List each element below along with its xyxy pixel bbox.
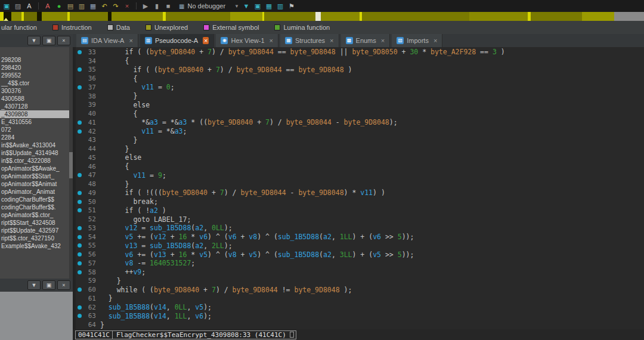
float-icon[interactable]: ▣: [42, 280, 55, 290]
code-line[interactable]: 38}: [76, 92, 644, 101]
code-line[interactable]: 48}: [76, 180, 644, 188]
strings-a-icon[interactable]: A: [44, 0, 52, 12]
load-icon[interactable]: ▣: [2, 0, 11, 12]
code-line[interactable]: 63sub_1B5B88(v14, 1LL, v6);: [76, 312, 644, 321]
function-list-item[interactable]: 298420: [0, 64, 73, 72]
code-line[interactable]: 56v6 += (v13 + 16 * v5) ^ (v8 + v5) ^ (s…: [76, 250, 644, 259]
save-icon[interactable]: ▥: [78, 0, 86, 12]
function-list-item[interactable]: in$$Update_4314948: [0, 149, 73, 157]
names-a-icon[interactable]: A: [25, 0, 33, 12]
code-line[interactable]: 55v13 = sub_1B5D88(a2, 2LL);: [76, 242, 644, 251]
debugger-selector[interactable]: ▦ No debugger ▼: [179, 2, 239, 10]
function-list-item[interactable]: ript$$Update_432597: [0, 227, 73, 234]
breakpoints-icon[interactable]: ▣: [253, 0, 262, 12]
code-line[interactable]: 53v12 = sub_1B5D88(a2, 0LL);: [76, 224, 644, 233]
function-list-item[interactable]: in$$.ctor_4322088: [0, 157, 73, 165]
tab-close-icon[interactable]: ×: [203, 37, 209, 44]
code-line[interactable]: 47v11 = 9;: [76, 171, 644, 180]
function-list-item[interactable]: 298208: [0, 56, 73, 64]
cut-icon[interactable]: ×: [123, 0, 131, 12]
code-line[interactable]: 35if ( (byte_9D8040 + 7) / byte_9D8044 =…: [76, 66, 644, 75]
mail-icon[interactable]: ▤: [66, 0, 75, 12]
function-list-item[interactable]: E_4310556: [0, 118, 73, 126]
navigation-band[interactable]: [0, 12, 644, 21]
close-icon[interactable]: ×: [57, 280, 70, 290]
code-line[interactable]: 37v11 = 0;: [76, 83, 644, 92]
tab-close-icon[interactable]: ×: [381, 37, 385, 44]
function-list-item[interactable]: opAnimator$$.ctor_: [0, 211, 73, 219]
tab-close-icon[interactable]: ×: [330, 37, 333, 44]
code-line[interactable]: 43}: [76, 136, 644, 145]
segments-icon[interactable]: ▨: [14, 0, 22, 12]
function-list-item[interactable]: 072: [0, 126, 73, 134]
code-line[interactable]: 40{: [76, 109, 644, 118]
function-list-item[interactable]: opAnimator$$Awake_: [0, 165, 73, 172]
debugger-setup-icon[interactable]: ▼: [242, 0, 250, 12]
function-list-item[interactable]: opAnimator$$Start_: [0, 172, 73, 180]
pause-icon[interactable]: ▮: [153, 0, 161, 12]
undo-icon[interactable]: ↶: [100, 0, 109, 12]
function-list-item[interactable]: 300376: [0, 87, 73, 95]
function-list-item[interactable]: 2284: [0, 134, 73, 141]
tab-close-icon[interactable]: ×: [434, 37, 437, 44]
code-line[interactable]: 36{: [76, 74, 644, 83]
tab-close-icon[interactable]: ×: [270, 37, 273, 44]
code-line[interactable]: 52goto LABEL_17;: [76, 215, 644, 224]
dock-icon[interactable]: ▼: [27, 280, 41, 290]
function-list-item[interactable]: __4$$.ctor: [0, 79, 73, 87]
watches-icon[interactable]: ▦: [265, 0, 273, 12]
token: {: [125, 162, 129, 171]
tab-enums[interactable]: ▩Enums×: [341, 34, 391, 47]
function-list-item[interactable]: in$$Avake_4313004: [0, 141, 73, 149]
function-list-item[interactable]: _4307128: [0, 103, 73, 110]
pseudocode-view[interactable]: 33if ( (byte_9D8040 + 7) / byte_9D8044 =…: [73, 47, 644, 329]
tab-pseudocode-a[interactable]: ▥Pseudocode-A×: [140, 34, 215, 47]
float-icon[interactable]: ▣: [42, 36, 55, 45]
code-line[interactable]: 62sub_1B5B88(v14, 0LL, v5);: [76, 303, 644, 312]
threads-icon[interactable]: ▥: [276, 0, 284, 12]
tab-structures[interactable]: ▦Structures×: [280, 34, 339, 47]
code-line[interactable]: 60while ( (byte_9D8040 + 7) / byte_9D804…: [76, 285, 644, 294]
dock-icon[interactable]: ▼: [27, 36, 41, 45]
stop-icon[interactable]: ■: [164, 0, 172, 12]
code-line[interactable]: 44}: [76, 144, 644, 153]
function-list-item[interactable]: 299552: [0, 72, 73, 79]
run-icon[interactable]: ▶: [141, 0, 150, 12]
function-list-item[interactable]: codingCharBuffer$$: [0, 196, 73, 203]
function-list-item[interactable]: 4300588: [0, 95, 73, 103]
code-line[interactable]: 59}: [76, 277, 644, 286]
function-list-item[interactable]: Example$$Avake_432: [0, 242, 73, 250]
code-line[interactable]: 46{: [76, 162, 644, 171]
code-line[interactable]: 45else: [76, 153, 644, 162]
tab-close-icon[interactable]: ×: [129, 37, 132, 44]
code-line[interactable]: 41*&a3 = *&a3 * ((byte_9D8040 + 7) / byt…: [76, 118, 644, 127]
code-line[interactable]: 54v5 += (v12 + 16 * v6) ^ (v6 + v8) ^ (s…: [76, 233, 644, 242]
code-line[interactable]: 50break;: [76, 197, 644, 206]
tab-hex-view-1[interactable]: ◉Hex View-1×: [216, 34, 278, 47]
code-line[interactable]: 51if ( !a2 ): [76, 206, 644, 215]
redo-icon[interactable]: ↷: [112, 0, 120, 12]
tab-imports[interactable]: ▧Imports×: [392, 34, 442, 47]
function-list-item[interactable]: ript$$Start_4324508: [0, 219, 73, 227]
snapshot-icon[interactable]: ▦: [89, 0, 97, 12]
code-line[interactable]: 49if ( !(((byte_9D8040 + 7) / byte_9D804…: [76, 188, 644, 197]
code-line[interactable]: 42v11 = *&a3;: [76, 127, 644, 136]
functions-scrollbar-thumb[interactable]: [69, 152, 73, 178]
code-line[interactable]: 58++v9;: [76, 268, 644, 277]
record-icon[interactable]: ●: [55, 0, 63, 12]
code-line[interactable]: 64}: [76, 320, 644, 329]
flag-icon[interactable]: ⚑: [287, 0, 296, 12]
functions-scrollbar[interactable]: [69, 47, 73, 279]
tab-ida-view-a[interactable]: ▤IDA View-A×: [76, 34, 138, 47]
close-icon[interactable]: ×: [57, 36, 70, 45]
code-line[interactable]: 34{: [76, 57, 644, 66]
function-list-item[interactable]: codingCharBuffer$$.: [0, 203, 73, 211]
code-line[interactable]: 61}: [76, 294, 644, 303]
function-list-item[interactable]: _4309808: [0, 110, 73, 118]
code-line[interactable]: 57v8 -= 1640531527;: [76, 259, 644, 268]
function-list-item[interactable]: opAnimator$$Animat: [0, 180, 73, 188]
code-line[interactable]: 39else: [76, 101, 644, 110]
code-line[interactable]: 33if ( (byte_9D8040 + 7) / byte_9D8044 =…: [76, 48, 644, 57]
function-list-item[interactable]: opAnimator._Animat: [0, 188, 73, 196]
function-list-item[interactable]: ript$$.ctor_4327150: [0, 234, 73, 242]
